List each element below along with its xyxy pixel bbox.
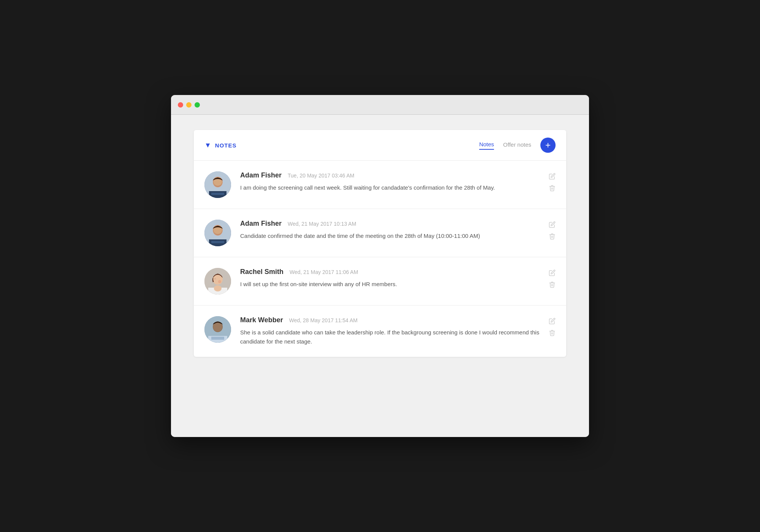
note-actions	[549, 268, 556, 289]
note-actions	[549, 220, 556, 241]
close-button[interactable]	[178, 102, 183, 108]
delete-icon[interactable]	[549, 185, 556, 193]
notes-panel: ▼ NOTES Notes Offer notes +	[194, 130, 566, 357]
note-author: Rachel Smith	[240, 268, 283, 276]
svg-rect-6	[211, 193, 224, 195]
svg-point-23	[214, 323, 222, 331]
edit-icon[interactable]	[549, 221, 556, 229]
note-actions	[549, 171, 556, 193]
avatar	[204, 268, 231, 294]
app-window: ▼ NOTES Notes Offer notes +	[171, 95, 589, 437]
note-date: Wed, 21 May 2017 10:13 AM	[288, 221, 356, 227]
note-text: She is a solid candidate who can take th…	[240, 328, 540, 346]
panel-title: NOTES	[215, 142, 237, 149]
delete-icon[interactable]	[549, 329, 556, 337]
note-author: Adam Fisher	[240, 171, 282, 179]
window-content: ▼ NOTES Notes Offer notes +	[171, 115, 589, 437]
note-header: Adam Fisher Wed, 21 May 2017 10:13 AM	[240, 220, 540, 228]
note-header: Adam Fisher Tue, 20 May 2017 03:46 AM	[240, 171, 540, 179]
panel-header: ▼ NOTES Notes Offer notes +	[194, 130, 566, 161]
svg-point-16	[213, 275, 222, 284]
note-header: Rachel Smith Wed, 21 May 2017 11:06 AM	[240, 268, 540, 276]
note-body: Adam Fisher Wed, 21 May 2017 10:13 AM Ca…	[240, 220, 540, 241]
note-item: Adam Fisher Tue, 20 May 2017 03:46 AM I …	[194, 161, 566, 209]
svg-rect-13	[211, 241, 224, 243]
delete-icon[interactable]	[549, 281, 556, 289]
svg-rect-25	[211, 337, 224, 340]
note-body: Mark Webber Wed, 28 May 2017 11:54 AM Sh…	[240, 316, 540, 346]
avatar	[204, 316, 231, 343]
note-date: Wed, 28 May 2017 11:54 AM	[289, 317, 358, 323]
note-author: Adam Fisher	[240, 220, 282, 228]
note-item: Mark Webber Wed, 28 May 2017 11:54 AM Sh…	[194, 306, 566, 357]
avatar	[204, 171, 231, 198]
note-actions	[549, 316, 556, 337]
panel-header-left: ▼ NOTES	[204, 141, 237, 149]
note-text: Candidate confirmed the date and the tim…	[240, 231, 540, 241]
add-note-button[interactable]: +	[540, 138, 556, 153]
note-date: Tue, 20 May 2017 03:46 AM	[288, 173, 354, 179]
note-date: Wed, 21 May 2017 11:06 AM	[290, 269, 358, 275]
edit-icon[interactable]	[549, 173, 556, 181]
edit-icon[interactable]	[549, 269, 556, 277]
edit-icon[interactable]	[549, 318, 556, 326]
note-text: I am doing the screening call next week.…	[240, 183, 540, 192]
minimize-button[interactable]	[186, 102, 192, 108]
tab-offer-notes[interactable]: Offer notes	[503, 141, 531, 149]
note-body: Adam Fisher Tue, 20 May 2017 03:46 AM I …	[240, 171, 540, 192]
chevron-down-icon[interactable]: ▼	[204, 141, 211, 149]
note-body: Rachel Smith Wed, 21 May 2017 11:06 AM I…	[240, 268, 540, 289]
note-text: I will set up the first on-site intervie…	[240, 280, 540, 289]
note-item: Adam Fisher Wed, 21 May 2017 10:13 AM Ca…	[194, 209, 566, 257]
maximize-button[interactable]	[195, 102, 200, 108]
note-item: Rachel Smith Wed, 21 May 2017 11:06 AM I…	[194, 257, 566, 306]
tab-notes[interactable]: Notes	[479, 141, 494, 150]
panel-header-right: Notes Offer notes +	[479, 138, 556, 153]
note-author: Mark Webber	[240, 316, 283, 324]
svg-point-19	[218, 280, 221, 283]
delete-icon[interactable]	[549, 233, 556, 241]
note-header: Mark Webber Wed, 28 May 2017 11:54 AM	[240, 316, 540, 324]
svg-point-18	[214, 285, 222, 291]
titlebar	[171, 95, 589, 115]
avatar	[204, 220, 231, 246]
traffic-lights	[178, 102, 200, 108]
